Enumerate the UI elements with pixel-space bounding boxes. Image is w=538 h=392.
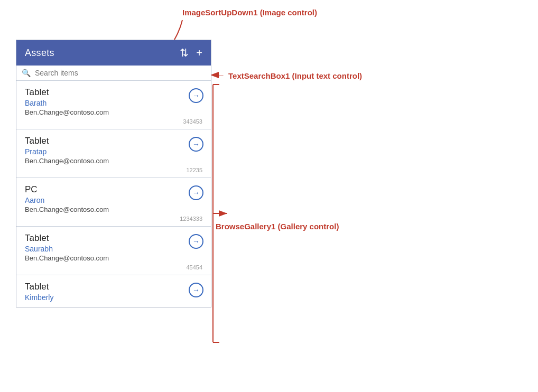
panel-title: Assets [25, 48, 54, 59]
search-arrow-icon: ← [216, 70, 225, 81]
item-arrow-button-3[interactable]: → [189, 234, 203, 249]
sort-icon[interactable]: ⇅ [180, 46, 189, 59]
item-name-1: Pratap [25, 147, 202, 156]
item-type-2: PC [25, 184, 202, 195]
item-type-1: Tablet [25, 136, 202, 146]
gallery-item-1: Tablet Pratap Ben.Change@contoso.com 122… [16, 129, 211, 178]
item-email-3: Ben.Change@contoso.com [25, 254, 202, 262]
arrow-right-icon-2: → [192, 189, 200, 197]
item-name-0: Barath [25, 99, 202, 107]
item-name-4: Kimberly [25, 293, 202, 302]
item-id-1: 12235 [25, 167, 202, 173]
gallery-item-3: Tablet Saurabh Ben.Change@contoso.com 45… [16, 227, 211, 275]
item-type-4: Tablet [25, 282, 202, 292]
item-name-3: Saurabh [25, 245, 202, 253]
item-id-3: 45454 [25, 264, 202, 270]
annotation-sort: ImageSortUpDown1 (Image control) [182, 8, 317, 17]
annotation-gallery: BrowseGallery1 (Gallery control) [216, 222, 339, 231]
search-magnifier-icon: 🔍 [22, 69, 31, 77]
search-box: 🔍 [16, 66, 211, 81]
search-input[interactable] [35, 69, 206, 77]
arrow-right-icon-1: → [192, 141, 200, 148]
item-arrow-button-1[interactable]: → [189, 137, 203, 152]
gallery-item-0: Tablet Barath Ben.Change@contoso.com 343… [16, 81, 211, 129]
item-id-2: 1234333 [25, 216, 202, 222]
gallery-item-4: Tablet Kimberly → [16, 275, 211, 307]
gallery-item-2: PC Aaron Ben.Change@contoso.com 1234333 … [16, 178, 211, 227]
item-arrow-button-2[interactable]: → [189, 185, 203, 200]
item-email-0: Ben.Change@contoso.com [25, 108, 202, 116]
item-email-1: Ben.Change@contoso.com [25, 157, 202, 165]
arrow-right-icon-4: → [192, 286, 200, 294]
item-arrow-button-4[interactable]: → [189, 283, 203, 297]
add-icon[interactable]: + [196, 47, 202, 59]
panel-header: Assets ⇅ + [16, 40, 211, 66]
item-arrow-button-0[interactable]: → [189, 88, 203, 103]
assets-panel: Assets ⇅ + 🔍 Tablet Barath Ben.Change@co… [16, 40, 211, 307]
item-type-3: Tablet [25, 233, 202, 244]
header-icons: ⇅ + [180, 46, 202, 59]
item-type-0: Tablet [25, 87, 202, 98]
item-name-2: Aaron [25, 196, 202, 204]
item-email-2: Ben.Change@contoso.com [25, 206, 202, 213]
arrow-right-icon-3: → [192, 238, 200, 245]
annotation-search: ← TextSearchBox1 (Input text control) [216, 70, 362, 81]
item-id-0: 343453 [25, 118, 202, 125]
gallery: Tablet Barath Ben.Change@contoso.com 343… [16, 81, 211, 307]
arrow-right-icon-0: → [192, 92, 200, 99]
